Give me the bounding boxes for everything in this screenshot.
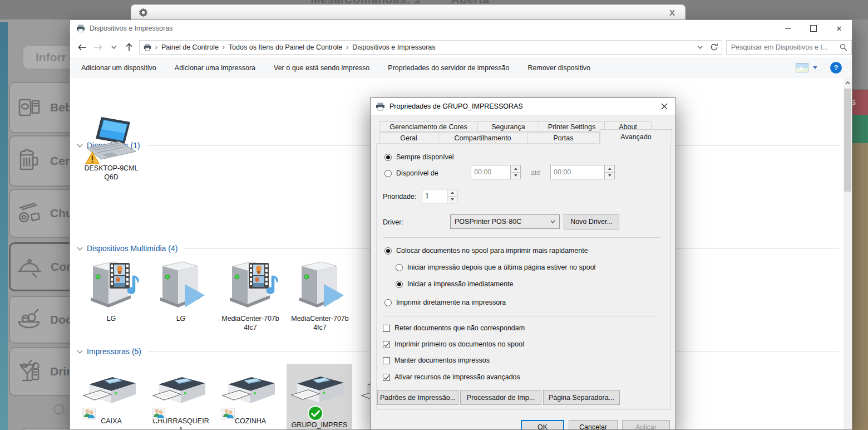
- multimedia-tile-mediacenter-media[interactable]: MediaCenter-707b4fc7: [218, 257, 283, 333]
- print-server-properties-command[interactable]: Propriedades do servidor de impressão: [388, 64, 509, 72]
- collapse-chevron-icon[interactable]: [77, 247, 83, 251]
- print-processor-button[interactable]: Processador de Imp...: [460, 390, 541, 405]
- refresh-button[interactable]: [707, 41, 722, 54]
- printer-tile-grupo-impressoras[interactable]: GRUPO_IMPRESSORAS: [287, 364, 352, 430]
- tab-printer-settings[interactable]: Printer Settings: [539, 121, 605, 132]
- scroll-up-button[interactable]: [844, 78, 852, 87]
- add-printer-command[interactable]: Adicionar uma impressora: [175, 64, 255, 72]
- address-dropdown-button[interactable]: [694, 41, 707, 54]
- spin-up-icon[interactable]: [511, 165, 520, 172]
- tab-gerenciamento-de-cores[interactable]: Gerenciamento de Cores: [379, 121, 478, 132]
- device-tile-desktop[interactable]: DESKTOP-9CMLQ6D: [78, 116, 144, 182]
- pos-category-comidas[interactable]: Com: [9, 242, 70, 291]
- pos-category-cervejas[interactable]: Cerv: [9, 135, 70, 187]
- radio-icon[interactable]: [384, 154, 392, 161]
- vertical-scrollbar[interactable]: [844, 78, 852, 430]
- breadcrumb-item-painel[interactable]: Painel de Controle: [161, 43, 219, 51]
- priority-value[interactable]: 1: [422, 189, 447, 203]
- radio-icon[interactable]: [384, 299, 392, 306]
- back-button[interactable]: [76, 41, 89, 54]
- radio-icon[interactable]: [396, 281, 403, 288]
- maximize-button[interactable]: [801, 20, 826, 37]
- driver-combobox[interactable]: POSPrinter POS-80C: [450, 214, 560, 229]
- multimedia-tile-mediacenter-play[interactable]: MediaCenter-707b4fc7: [287, 257, 353, 333]
- minimize-button[interactable]: [775, 20, 801, 37]
- view-options-icon[interactable]: [796, 63, 808, 72]
- time-from-value[interactable]: 00:00: [471, 165, 511, 179]
- new-driver-button[interactable]: Novo Driver...: [564, 214, 619, 229]
- gear-icon[interactable]: [138, 7, 149, 18]
- keep-printed-checkbox[interactable]: Manter documentos impressos: [383, 356, 490, 364]
- up-button[interactable]: [122, 41, 136, 54]
- breadcrumb-item-todos-itens[interactable]: Todos os Itens do Painel de Controle: [229, 43, 342, 51]
- address-box[interactable]: › Painel de Controle › Todos os Itens do…: [139, 40, 722, 55]
- default-printer-check-icon: [307, 405, 324, 422]
- collapse-chevron-icon[interactable]: [77, 350, 83, 354]
- apply-button[interactable]: Aplicar: [622, 420, 670, 430]
- checkbox-icon[interactable]: [383, 341, 390, 348]
- view-options-caret-icon[interactable]: [813, 66, 817, 69]
- ok-button[interactable]: OK: [521, 420, 564, 430]
- print-directly-radio[interactable]: Imprimir diretamente na impressora: [384, 299, 506, 306]
- view-printing-command[interactable]: Ver o que está sendo impresso: [274, 64, 369, 72]
- separator-page-button[interactable]: Página Separadora...: [543, 390, 620, 405]
- forward-button[interactable]: [91, 41, 105, 54]
- checkbox-icon[interactable]: [383, 374, 390, 381]
- spin-up-icon[interactable]: [605, 165, 614, 172]
- spool-documents-radio[interactable]: Colocar documentos no spool para imprimi…: [384, 247, 588, 255]
- spinner-updown[interactable]: [511, 165, 521, 179]
- close-button[interactable]: ✕: [826, 20, 852, 37]
- tab-seguranca[interactable]: Segurança: [477, 121, 539, 132]
- recent-pages-button[interactable]: [107, 41, 120, 54]
- help-button[interactable]: ?: [830, 62, 842, 74]
- tab-geral[interactable]: Geral: [379, 132, 438, 144]
- print-spooled-first-checkbox[interactable]: Imprimir primeiro os documentos no spool: [383, 340, 524, 348]
- spin-down-icon[interactable]: [511, 172, 520, 179]
- printer-tile-cozinha[interactable]: COZINHA: [218, 372, 283, 426]
- scrollbar-thumb[interactable]: [844, 89, 851, 192]
- radio-icon[interactable]: [384, 247, 392, 255]
- radio-icon[interactable]: [396, 264, 403, 271]
- advanced-features-checkbox[interactable]: Ativar recursos de impressão avançados: [383, 373, 520, 381]
- tab-avancado[interactable]: Avançado: [600, 129, 672, 144]
- pos-close-button[interactable]: X: [669, 8, 675, 17]
- multimedia-tile-lg-media[interactable]: LG: [78, 257, 144, 323]
- breadcrumb-item-dispositivos[interactable]: Dispositivos e Impressoras: [352, 43, 435, 51]
- cancel-button[interactable]: Cancelar: [569, 420, 618, 430]
- hold-mismatched-checkbox[interactable]: Reter documentos que não correspondam: [383, 324, 525, 332]
- start-immediately-radio[interactable]: Iniciar a impressão imediatamente: [396, 280, 513, 288]
- remove-device-command[interactable]: Remover dispositivo: [528, 64, 591, 72]
- spin-down-icon[interactable]: [605, 172, 614, 179]
- printer-label: GRUPO_IMPRESSORAS: [290, 421, 348, 430]
- spin-up-icon[interactable]: [447, 189, 457, 196]
- printer-tile-churrasqueira[interactable]: CHURRASQUEIRA: [148, 372, 214, 430]
- radio-icon[interactable]: [384, 170, 392, 177]
- tab-portas[interactable]: Portas: [527, 132, 600, 144]
- search-icon[interactable]: [840, 43, 847, 51]
- checkbox-icon[interactable]: [383, 325, 390, 332]
- checkbox-icon[interactable]: [383, 357, 390, 364]
- tab-compartilhamento[interactable]: Compartilhamento: [438, 132, 527, 144]
- printer-tile-caixa[interactable]: CAIXA: [78, 372, 144, 426]
- time-from-spinner[interactable]: 00:00: [471, 165, 521, 179]
- dialog-close-button[interactable]: [653, 98, 675, 115]
- always-available-radio[interactable]: Sempre disponível: [384, 153, 454, 161]
- add-device-command[interactable]: Adicionar um dispositivo: [81, 64, 156, 72]
- start-after-last-page-radio[interactable]: Iniciar impressão depois que a última pá…: [396, 263, 595, 271]
- time-to-value[interactable]: 00:00: [550, 165, 605, 179]
- pos-category-drinks[interactable]: Drinl: [9, 347, 70, 396]
- pos-category-churrasco[interactable]: Chur: [9, 189, 70, 238]
- time-to-spinner[interactable]: 00:00: [550, 165, 615, 179]
- available-from-radio[interactable]: Disponível de: [384, 169, 438, 177]
- pos-category-doces[interactable]: Doce: [9, 296, 70, 344]
- spinner-updown[interactable]: [605, 165, 615, 179]
- spin-down-icon[interactable]: [447, 196, 457, 203]
- multimedia-tile-lg-play[interactable]: LG: [148, 257, 214, 323]
- pos-category-bebidas[interactable]: Bebi: [9, 82, 70, 133]
- priority-spinner[interactable]: 1: [422, 189, 457, 203]
- search-input[interactable]: [727, 43, 840, 51]
- printing-defaults-button[interactable]: Padrões de Impressão...: [377, 390, 458, 405]
- pos-category-info[interactable]: Inforr: [22, 45, 70, 70]
- spinner-updown[interactable]: [447, 189, 457, 203]
- pos-bottom-button[interactable]: [21, 428, 70, 430]
